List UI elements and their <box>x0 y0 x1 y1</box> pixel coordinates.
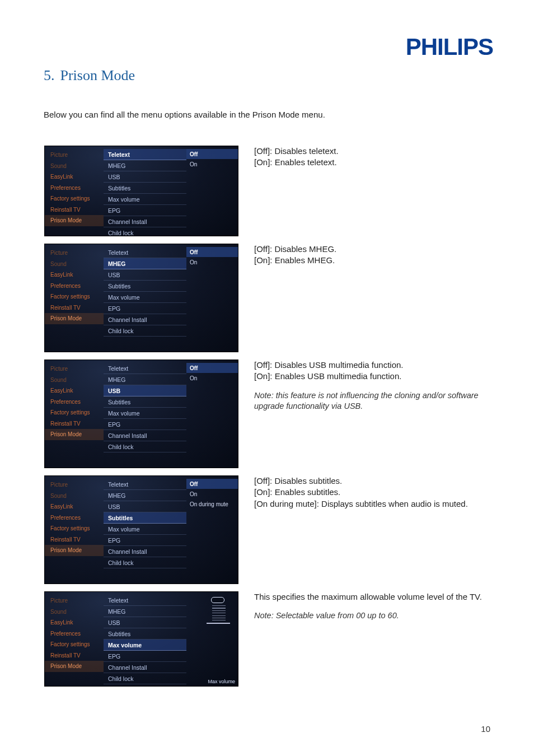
mid-menu-item[interactable]: Teletext <box>104 363 186 374</box>
slider-knob-icon[interactable] <box>211 597 224 603</box>
mid-menu-item[interactable]: MHEG <box>104 374 186 385</box>
tv-menu-screenshot: PictureSoundEasyLinkPreferencesFactory s… <box>44 244 238 352</box>
left-menu-item[interactable]: Prison Mode <box>45 545 104 556</box>
option-off[interactable]: Off <box>186 149 238 159</box>
mid-menu-item[interactable]: USB <box>104 171 186 183</box>
mid-menu-item[interactable]: USB <box>104 269 186 281</box>
left-menu-item[interactable]: Picture <box>45 248 104 259</box>
mid-menu-item[interactable]: Channel Install <box>104 430 186 441</box>
left-menu-item[interactable]: Prison Mode <box>45 429 104 440</box>
mid-menu-item[interactable]: Child lock <box>104 557 186 568</box>
left-menu-item[interactable]: Sound <box>45 491 104 502</box>
mid-menu-item[interactable]: USB <box>104 617 186 628</box>
table-row: PictureSoundEasyLinkPreferencesFactory s… <box>44 145 490 243</box>
left-menu-item[interactable]: Prison Mode <box>45 661 104 672</box>
mid-menu-item[interactable]: Channel Install <box>104 546 186 557</box>
mid-menu-item[interactable]: Child lock <box>104 325 186 337</box>
option-on[interactable]: On <box>186 373 238 383</box>
mid-menu-item[interactable]: MHEG <box>104 490 186 501</box>
tv-menu-screenshot: PictureSoundEasyLinkPreferencesFactory s… <box>44 475 238 584</box>
left-menu-item[interactable]: Picture <box>45 479 104 491</box>
mid-menu-item[interactable]: Max volume <box>104 292 186 303</box>
left-menu-item[interactable]: Preferences <box>45 281 104 292</box>
option-off[interactable]: Off <box>186 479 238 489</box>
mid-menu-item[interactable]: Teletext <box>104 247 186 258</box>
left-menu-item[interactable]: Sound <box>45 259 104 270</box>
left-menu-item[interactable]: EasyLink <box>45 501 104 512</box>
left-menu-item[interactable]: Factory settings <box>45 291 104 302</box>
mid-menu-item[interactable]: Child lock <box>104 227 186 236</box>
left-menu-item[interactable]: Reinstall TV <box>45 302 104 314</box>
left-menu-item[interactable]: Reinstall TV <box>45 650 104 661</box>
left-menu-item[interactable]: EasyLink <box>45 385 104 396</box>
option-on[interactable]: On <box>186 159 238 169</box>
table-row: PictureSoundEasyLinkPreferencesFactory s… <box>44 475 490 591</box>
left-menu-item[interactable]: Sound <box>45 161 104 172</box>
mid-menu-item[interactable]: Subtitles <box>104 396 186 408</box>
left-menu-item[interactable]: EasyLink <box>45 617 104 628</box>
section-heading: 5.Prison Mode <box>44 67 490 84</box>
left-menu-item[interactable]: Factory settings <box>45 639 104 650</box>
mid-menu-item[interactable]: MHEG <box>104 606 186 617</box>
mid-menu-item[interactable]: Teletext <box>104 149 186 160</box>
option-off[interactable]: Off <box>186 363 238 373</box>
left-menu-item[interactable]: Preferences <box>45 396 104 408</box>
mid-menu-item[interactable]: Channel Install <box>104 662 186 673</box>
left-menu-item[interactable]: Picture <box>45 150 104 161</box>
left-menu-item[interactable]: EasyLink <box>45 171 104 183</box>
mid-menu-item[interactable]: EPG <box>104 303 186 314</box>
left-menu-item[interactable]: EasyLink <box>45 269 104 281</box>
table-row: PictureSoundEasyLinkPreferencesFactory s… <box>44 359 490 475</box>
left-menu-item[interactable]: Picture <box>45 595 104 606</box>
mid-menu-item[interactable]: Max volume <box>104 640 186 651</box>
mid-menu-item[interactable]: Subtitles <box>104 628 186 640</box>
description-line: [Off]: Disables subtitles. <box>254 475 490 487</box>
mid-menu-item[interactable]: EPG <box>104 651 186 662</box>
mid-menu-item[interactable]: Max volume <box>104 194 186 205</box>
left-menu-item[interactable]: Sound <box>45 606 104 618</box>
option-off[interactable]: Off <box>186 247 238 257</box>
option-on[interactable]: On <box>186 489 238 499</box>
left-menu-item[interactable]: Reinstall TV <box>45 204 104 216</box>
screenshot-cell: PictureSoundEasyLinkPreferencesFactory s… <box>44 359 245 475</box>
mid-menu-item[interactable]: Max volume <box>104 524 186 535</box>
mid-menu-item[interactable]: USB <box>104 501 186 512</box>
mid-menu-item[interactable]: Subtitles <box>104 281 186 292</box>
left-menu-item[interactable]: Preferences <box>45 628 104 640</box>
left-menu-item[interactable]: Factory settings <box>45 523 104 534</box>
slider-tick <box>212 610 226 611</box>
table-row: PictureSoundEasyLinkPreferencesFactory s… <box>44 243 490 359</box>
mid-menu-item[interactable]: Teletext <box>104 595 186 606</box>
mid-menu-item[interactable]: Subtitles <box>104 183 186 194</box>
mid-menu-item[interactable]: Channel Install <box>104 314 186 325</box>
left-menu-item[interactable]: Preferences <box>45 183 104 194</box>
mid-menu-item[interactable]: Child lock <box>104 673 186 684</box>
mid-menu-item[interactable]: Max volume <box>104 408 186 419</box>
mid-menu-item[interactable]: Channel Install <box>104 216 186 227</box>
mid-menu-item[interactable]: Teletext <box>104 479 186 490</box>
left-menu-item[interactable]: Picture <box>45 363 104 375</box>
right-options: OffOn <box>186 244 238 352</box>
left-menu-item[interactable]: Reinstall TV <box>45 534 104 545</box>
mid-menu-item[interactable]: EPG <box>104 419 186 430</box>
mid-menu-item[interactable]: Child lock <box>104 441 186 452</box>
mid-menu: TeletextMHEGUSBSubtitlesMax volumeEPGCha… <box>104 244 186 352</box>
option-on[interactable]: On <box>186 257 238 267</box>
mid-menu-item[interactable]: MHEG <box>104 258 186 269</box>
left-menu-item[interactable]: Sound <box>45 375 104 386</box>
option-on-during-mute[interactable]: On during mute <box>186 499 238 509</box>
mid-menu: TeletextMHEGUSBSubtitlesMax volumeEPGCha… <box>104 360 186 468</box>
mid-menu-item[interactable]: EPG <box>104 535 186 546</box>
mid-menu-item[interactable]: USB <box>104 385 186 396</box>
mid-menu-item[interactable]: Subtitles <box>104 512 186 524</box>
description-line: [On]: Enables teletext. <box>254 157 490 168</box>
left-menu-item[interactable]: Factory settings <box>45 193 104 204</box>
mid-menu-item[interactable]: EPG <box>104 205 186 216</box>
mid-menu-item[interactable]: MHEG <box>104 160 186 171</box>
left-menu-item[interactable]: Prison Mode <box>45 313 104 324</box>
left-menu-item[interactable]: Factory settings <box>45 407 104 418</box>
left-menu-item[interactable]: Preferences <box>45 512 104 524</box>
left-menu-item[interactable]: Prison Mode <box>45 215 104 226</box>
volume-slider[interactable]: Max volume <box>186 595 238 628</box>
left-menu-item[interactable]: Reinstall TV <box>45 418 104 430</box>
